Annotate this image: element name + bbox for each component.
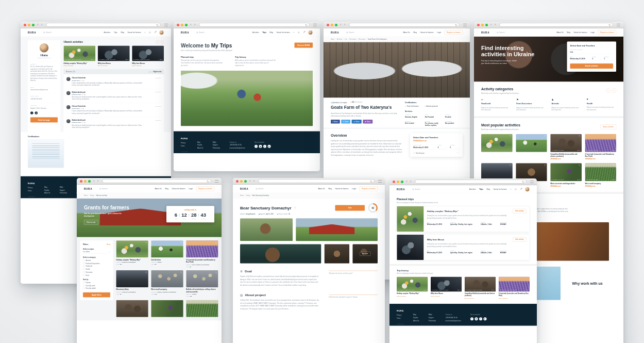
favorites-icon[interactable]: ♥ [510,188,511,190]
zoom-window-icon[interactable] [335,24,337,26]
footer-link-support[interactable]: Support [213,144,220,146]
history-card[interactable]: ●Lylesniky, Vinniky, Lviv region★ 4.8 Ho… [397,277,428,299]
bear-photo[interactable] [240,218,293,241]
footer-link-terms[interactable]: Terms [397,318,404,319]
instagram-icon[interactable]: ◉ [259,145,262,148]
contact-email[interactable]: rura.tourism@gmail.com [229,147,245,149]
carousel-next-button[interactable]: › [161,40,164,44]
minimize-window-icon[interactable] [240,180,243,183]
favorite-icon[interactable]: ♡ [613,164,615,166]
minimize-window-icon[interactable] [28,24,30,26]
rura-logo[interactable]: RURA [181,31,189,34]
carousel-prev-button[interactable]: ‹ [606,88,611,93]
activity-card[interactable]: ●Lylesniky, Vinniky, Lviv region★ 4.9 Mi… [132,46,164,67]
url-bar[interactable]: ↻ [102,179,211,183]
category-animals[interactable]: ♞AnimalsMagical encounters hosted by ani… [552,98,581,111]
rura-logo[interactable]: RURA [397,188,405,191]
favorite-icon[interactable]: ♡ [180,242,182,244]
carousel-next-button[interactable]: › [612,88,617,93]
footer-link-about[interactable]: About Us [413,320,419,321]
review-farm[interactable]: Rybakove farm [72,93,81,95]
zoom-window-icon[interactable] [88,180,91,183]
close-window-icon[interactable] [24,24,26,26]
nav-link-trips[interactable]: Trips [114,31,117,34]
favorite-icon[interactable]: ♡ [579,135,581,137]
category-checkbox-rural[interactable] [83,274,84,276]
footer-link-faqs[interactable]: FAQs [60,186,67,188]
nav-link-grants[interactable]: Grants for farmers [493,188,506,190]
browser-forward-icon[interactable]: › [97,179,99,183]
search-input[interactable]: Search [196,31,204,34]
footer-link-popular[interactable]: Popular [44,189,50,191]
nav-link-activities[interactable]: Activities [469,188,476,190]
nav-link-blog[interactable]: Blog [269,31,273,34]
user-avatar[interactable] [159,30,164,35]
browser-forward-icon[interactable]: › [344,23,346,27]
nav-link-about[interactable]: About Us [557,31,564,34]
search-input[interactable]: Search [346,31,354,34]
footer-link-blog[interactable]: Blog [197,141,203,143]
browser-menu-icon[interactable] [463,24,467,26]
activity-card[interactable]: ●Lylesniky, Vinniky, Lviv region★ 4.8 Ho… [64,46,96,67]
browser-menu-icon[interactable] [164,24,168,26]
nav-link-blog[interactable]: Blog [567,31,570,34]
date-field[interactable]: DateWednesday 9.1.2019 [570,56,590,60]
notifications-icon[interactable]: ❖ [154,31,156,34]
nav-link-activities[interactable]: Activities [104,31,111,34]
see-more-button[interactable]: See more [360,252,370,256]
search-input[interactable]: Search [497,31,504,34]
facebook-icon[interactable]: f [470,317,473,320]
nav-link-blog[interactable]: Blog [121,31,124,34]
browser-back-icon[interactable]: ‹ [249,179,251,183]
browser-forward-icon[interactable]: › [194,23,196,27]
twitter-icon[interactable]: t [479,317,482,320]
grant-card[interactable]: ♡ Ostrich farm Category: Animals Votes: … [151,240,183,267]
apply-filters-button[interactable]: Apply filters [83,292,110,298]
footer-link-terms[interactable]: Terms [181,145,188,146]
book-activities-button[interactable]: Book activities [601,124,616,129]
close-window-icon[interactable] [393,181,395,183]
minimize-window-icon[interactable] [181,24,183,26]
nav-link-blog[interactable]: Blog [486,188,490,190]
contact-phone[interactable]: +38 098 460 76 34 [445,317,461,318]
favorites-icon[interactable]: ♥ [293,31,294,34]
rura-logo[interactable]: RURA [240,187,248,190]
category-health[interactable]: ♥HealthMagical encounters hosted by anim… [587,98,616,111]
zoom-window-icon[interactable] [185,24,188,26]
send-message-button[interactable]: Send message [30,117,58,122]
close-window-icon[interactable] [327,24,329,26]
register-farmer-button[interactable]: Register as farmer [445,30,463,35]
grant-card[interactable] [151,300,183,317]
farm-reviews-count[interactable]: (37 reviews) [354,102,362,103]
category-checkbox-food[interactable] [83,263,84,264]
favorite-icon[interactable]: ♡ [145,242,147,244]
close-window-icon[interactable] [177,24,179,26]
calendar-icon[interactable]: ▦ [515,188,517,190]
review-farm[interactable]: Rybakove farm [72,122,81,123]
adults-stepper[interactable]: Adults2⌄ [438,144,447,149]
url-bar[interactable]: ↻ [349,23,460,27]
url-bar[interactable]: ↻ [415,179,527,184]
grant-card[interactable]: ♡ O Lavender (Lavender and Strawberry Ec… [186,240,218,267]
footer-link-privacy[interactable]: Privacy [397,315,404,316]
refresh-icon[interactable]: ↻ [522,180,524,184]
benefit-group-checkbox[interactable] [413,152,415,154]
rura-logo[interactable]: RURA [28,31,36,34]
search-activities-button[interactable]: Search activities [570,63,614,69]
refresh-icon[interactable]: ↻ [156,23,159,27]
browser-back-icon[interactable]: ‹ [190,23,192,27]
url-bar[interactable]: ↻ [46,23,161,27]
nav-link-grants[interactable]: Grants for farmers [335,188,348,190]
twitter-icon[interactable]: t [263,145,266,148]
reset-filters-link[interactable]: Reset [107,243,110,245]
grant-card[interactable]: ♡ Buffalo of Lvivshchyna, selling cheese… [186,270,218,297]
footer-link-support[interactable]: Support [60,189,67,191]
review-farm[interactable]: Medovy Blyz [72,108,80,109]
facebook-share-button[interactable]: fShare [331,120,340,124]
category-handicraft[interactable]: ✂HandicraftMagical encounters hosted by … [481,98,511,111]
view-activity-button[interactable]: View activity [513,209,526,214]
destination-field[interactable]: Where are we going?Lviv [570,49,614,54]
register-farmer-button[interactable]: Register as farmer [196,186,214,191]
breadcrumb[interactable]: Home›Voting›Bear Sanctuary Domazhyr [233,193,385,199]
how-to-vote-button[interactable]: How to vote [84,220,98,225]
